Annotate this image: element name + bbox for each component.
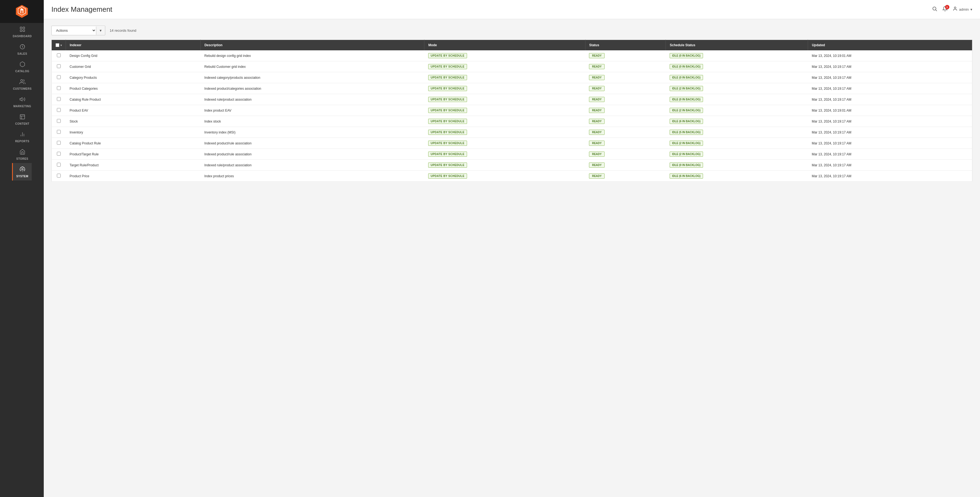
select-all-checkbox[interactable] — [56, 43, 59, 47]
stores-icon — [19, 149, 25, 156]
table-row: Target Rule/Product Indexed rule/product… — [52, 160, 972, 171]
row-schedule-9: IDLE (2 IN BACKLOG) — [666, 149, 808, 160]
row-description-6: Index stock — [200, 116, 425, 127]
admin-label: admin — [959, 7, 969, 11]
row-description-11: Index product prices — [200, 171, 425, 182]
status-badge-5: READY — [589, 108, 605, 113]
row-mode-11: UPDATE BY SCHEDULE — [425, 171, 585, 182]
row-description-5: Index product EAV — [200, 105, 425, 116]
notification-badge: 1 — [945, 5, 950, 9]
row-checkbox-cell-10[interactable] — [52, 160, 66, 171]
row-checkbox-1[interactable] — [57, 64, 61, 68]
row-updated-9: Mar 13, 2024, 10:19:17 AM — [808, 149, 972, 160]
updated-text-0: Mar 13, 2024, 10:19:01 AM — [812, 54, 851, 58]
status-badge-4: READY — [589, 97, 605, 102]
sidebar-item-reports[interactable]: Reports — [12, 128, 32, 145]
row-description-4: Indexed rule/product association — [200, 94, 425, 105]
sidebar-item-sales[interactable]: Sales — [12, 40, 32, 58]
schedule-badge-10: IDLE (0 IN BACKLOG) — [670, 162, 703, 168]
schedule-badge-0: IDLE (0 IN BACKLOG) — [670, 53, 703, 58]
row-checkbox-6[interactable] — [57, 119, 61, 123]
row-checkbox-9[interactable] — [57, 152, 61, 156]
row-status-10: READY — [585, 160, 666, 171]
actions-dropdown-button[interactable]: ▼ — [96, 27, 105, 35]
row-mode-2: UPDATE BY SCHEDULE — [425, 72, 585, 83]
row-checkbox-cell-6[interactable] — [52, 116, 66, 127]
row-status-5: READY — [585, 105, 666, 116]
row-checkbox-2[interactable] — [57, 75, 61, 79]
row-checkbox-3[interactable] — [57, 86, 61, 90]
system-icon — [19, 166, 25, 174]
schedule-badge-5: IDLE (2 IN BACKLOG) — [670, 108, 703, 113]
table-row: Catalog Product Rule Indexed product/rul… — [52, 138, 972, 149]
mode-badge-2: UPDATE BY SCHEDULE — [428, 75, 467, 80]
notification-button[interactable]: 1 — [942, 6, 948, 13]
sidebar-label-sales: Sales — [18, 52, 27, 55]
schedule-badge-7: IDLE (5 IN BACKLOG) — [670, 130, 703, 135]
row-indexer-2: Category Products — [66, 72, 201, 83]
table-header: ▾ Indexer Description Mode Status Schedu… — [52, 40, 972, 51]
row-checkbox-cell-5[interactable] — [52, 105, 66, 116]
toolbar: Actions Update by Schedule Update on Sav… — [51, 26, 972, 35]
row-updated-1: Mar 13, 2024, 10:19:17 AM — [808, 61, 972, 72]
row-indexer-11: Product Price — [66, 171, 201, 182]
row-checkbox-cell-9[interactable] — [52, 149, 66, 160]
row-checkbox-cell-3[interactable] — [52, 83, 66, 94]
admin-avatar-icon — [953, 6, 958, 13]
th-select-all[interactable]: ▾ — [52, 40, 66, 51]
row-status-4: READY — [585, 94, 666, 105]
row-status-8: READY — [585, 138, 666, 149]
th-updated: Updated — [808, 40, 972, 51]
th-status: Status — [585, 40, 666, 51]
mode-badge-4: UPDATE BY SCHEDULE — [428, 97, 467, 102]
actions-select[interactable]: Actions Update by Schedule Update on Sav… — [52, 26, 96, 35]
row-checkbox-cell-8[interactable] — [52, 138, 66, 149]
sidebar-item-catalog[interactable]: Catalog — [12, 58, 32, 75]
admin-menu-button[interactable]: admin ▾ — [953, 6, 972, 13]
schedule-badge-11: IDLE (6 IN BACKLOG) — [670, 174, 703, 178]
sidebar-item-dashboard[interactable]: Dashboard — [12, 23, 32, 40]
updated-text-5: Mar 13, 2024, 10:19:01 AM — [812, 108, 851, 112]
row-checkbox-5[interactable] — [57, 108, 61, 112]
header-actions: 1 admin ▾ — [932, 6, 972, 13]
sidebar-item-stores[interactable]: Stores — [12, 145, 32, 163]
row-description-8: Indexed product/rule association — [200, 138, 425, 149]
admin-dropdown-icon: ▾ — [970, 7, 972, 11]
sidebar-item-content[interactable]: Content — [12, 110, 32, 128]
svg-rect-0 — [20, 27, 22, 29]
sidebar-item-system[interactable]: System — [12, 163, 32, 180]
row-mode-6: UPDATE BY SCHEDULE — [425, 116, 585, 127]
row-checkbox-10[interactable] — [57, 163, 61, 167]
actions-select-wrapper[interactable]: Actions Update by Schedule Update on Sav… — [51, 26, 105, 35]
row-checkbox-cell-2[interactable] — [52, 72, 66, 83]
row-updated-0: Mar 13, 2024, 10:19:01 AM — [808, 50, 972, 61]
magento-logo-icon — [15, 5, 29, 18]
sidebar-item-marketing[interactable]: Marketing — [12, 93, 32, 110]
row-checkbox-4[interactable] — [57, 97, 61, 101]
svg-point-14 — [933, 7, 936, 10]
row-checkbox-cell-7[interactable] — [52, 127, 66, 138]
row-schedule-7: IDLE (5 IN BACKLOG) — [666, 127, 808, 138]
row-checkbox-11[interactable] — [57, 174, 61, 177]
row-schedule-6: IDLE (6 IN BACKLOG) — [666, 116, 808, 127]
search-button[interactable] — [932, 6, 937, 13]
row-checkbox-cell-11[interactable] — [52, 171, 66, 182]
mode-badge-6: UPDATE BY SCHEDULE — [428, 119, 467, 124]
mode-badge-3: UPDATE BY SCHEDULE — [428, 86, 467, 91]
row-checkbox-cell-0[interactable] — [52, 50, 66, 61]
mode-badge-1: UPDATE BY SCHEDULE — [428, 64, 467, 69]
sidebar-item-customers[interactable]: Customers — [12, 75, 32, 93]
content-area: Actions Update by Schedule Update on Sav… — [44, 19, 980, 497]
select-all-dropdown-icon[interactable]: ▾ — [60, 44, 62, 47]
row-status-11: READY — [585, 171, 666, 182]
sidebar-label-marketing: Marketing — [13, 105, 31, 108]
row-checkbox-0[interactable] — [57, 53, 61, 57]
row-checkbox-8[interactable] — [57, 141, 61, 145]
schedule-badge-9: IDLE (2 IN BACKLOG) — [670, 151, 703, 157]
svg-rect-7 — [20, 115, 25, 119]
row-checkbox-cell-4[interactable] — [52, 94, 66, 105]
row-checkbox-cell-1[interactable] — [52, 61, 66, 72]
sidebar-label-catalog: Catalog — [15, 70, 29, 73]
mode-badge-11: UPDATE BY SCHEDULE — [428, 174, 467, 178]
row-checkbox-7[interactable] — [57, 130, 61, 134]
